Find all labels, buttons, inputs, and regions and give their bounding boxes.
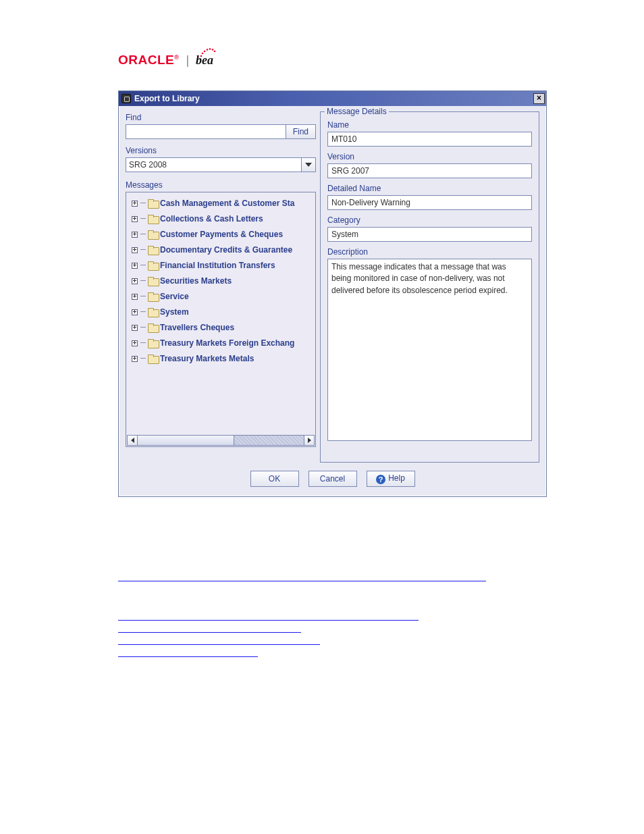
- doc-links: [118, 544, 537, 657]
- tree-item[interactable]: Documentary Credits & Guarantee: [128, 242, 314, 257]
- folder-icon: [148, 339, 158, 347]
- tree-item[interactable]: Financial Institution Transfers: [128, 257, 314, 273]
- versions-select[interactable]: [126, 157, 316, 172]
- window-title: Export to Library: [134, 94, 533, 103]
- description-field[interactable]: This message indicates that a message th…: [327, 259, 532, 441]
- tree-item[interactable]: Collections & Cash Letters: [128, 211, 314, 226]
- expand-icon[interactable]: [130, 308, 138, 316]
- category-field[interactable]: [327, 227, 532, 242]
- svg-point-6: [214, 50, 216, 52]
- expand-icon[interactable]: [130, 246, 138, 254]
- folder-icon: [148, 230, 158, 238]
- expand-icon[interactable]: [130, 355, 138, 363]
- doc-link[interactable]: [118, 571, 486, 581]
- svg-point-0: [200, 55, 203, 57]
- doc-link[interactable]: [118, 647, 258, 657]
- folder-icon: [148, 292, 158, 301]
- tree-item[interactable]: Treasury Markets Foreign Exchang: [128, 335, 314, 350]
- detailed-name-label: Detailed Name: [327, 184, 532, 193]
- name-field[interactable]: [327, 132, 532, 147]
- expand-icon[interactable]: [130, 199, 138, 207]
- tree-item-label: Travellers Cheques: [160, 323, 234, 332]
- folder-icon: [148, 323, 158, 332]
- versions-value[interactable]: [126, 157, 316, 172]
- titlebar[interactable]: Export to Library ×: [119, 91, 546, 106]
- versions-label: Versions: [126, 146, 316, 155]
- ok-button[interactable]: OK: [250, 471, 299, 487]
- expand-icon[interactable]: [130, 339, 138, 347]
- folder-icon: [148, 308, 158, 316]
- brand-divider: |: [186, 53, 189, 68]
- tree-item[interactable]: Cash Management & Customer Sta: [128, 195, 314, 211]
- message-details-group: Message Details Name Version Detailed Na…: [320, 111, 539, 463]
- tree-item-label: Collections & Cash Letters: [160, 214, 263, 224]
- folder-icon: [148, 199, 158, 207]
- messages-tree[interactable]: Cash Management & Customer StaCollection…: [126, 192, 316, 447]
- category-label: Category: [327, 215, 532, 225]
- folder-icon: [148, 355, 158, 363]
- help-button[interactable]: ?Help: [367, 471, 415, 487]
- brand-bar: ORACLE® | bea: [118, 53, 644, 68]
- svg-point-2: [204, 50, 206, 52]
- tree-item[interactable]: Service: [128, 288, 314, 304]
- tree-item-label: Financial Institution Transfers: [160, 261, 275, 270]
- close-button[interactable]: ×: [533, 93, 545, 104]
- tree-item-label: Treasury Markets Metals: [160, 354, 254, 363]
- name-label: Name: [327, 120, 532, 130]
- svg-point-4: [209, 48, 211, 50]
- scroll-thumb[interactable]: [138, 436, 234, 445]
- tree-item[interactable]: Securities Markets: [128, 273, 314, 288]
- help-icon: ?: [376, 475, 385, 484]
- tree-item[interactable]: Treasury Markets Metals: [128, 350, 314, 366]
- folder-icon: [148, 215, 158, 223]
- expand-icon[interactable]: [130, 261, 138, 269]
- dialog-buttons: OK Cancel ?Help: [119, 463, 546, 496]
- bea-dots-icon: [198, 47, 215, 57]
- cancel-button[interactable]: Cancel: [308, 471, 357, 487]
- description-label: Description: [327, 247, 532, 257]
- tree-item-label: Service: [160, 292, 189, 301]
- detailed-name-field[interactable]: [327, 195, 532, 210]
- expand-icon[interactable]: [130, 215, 138, 223]
- tree-item-label: System: [160, 307, 189, 317]
- expand-icon[interactable]: [130, 292, 138, 301]
- chevron-down-icon[interactable]: [301, 157, 316, 172]
- svg-point-5: [212, 49, 214, 51]
- oracle-logo: ORACLE®: [118, 53, 179, 68]
- find-button[interactable]: Find: [286, 124, 316, 139]
- tree-item[interactable]: Travellers Cheques: [128, 319, 314, 335]
- version-field[interactable]: [327, 163, 532, 178]
- tree-item-label: Documentary Credits & Guarantee: [160, 245, 292, 255]
- export-to-library-dialog: Export to Library × Find Find Versions M…: [118, 90, 547, 497]
- tree-item[interactable]: System: [128, 304, 314, 319]
- doc-link[interactable]: [118, 635, 320, 645]
- folder-icon: [148, 261, 158, 269]
- version-label: Version: [327, 152, 532, 161]
- tree-item-label: Securities Markets: [160, 276, 232, 286]
- scroll-left-button[interactable]: [127, 435, 138, 446]
- scroll-track[interactable]: [138, 435, 304, 446]
- tree-item-label: Customer Payments & Cheques: [160, 230, 283, 239]
- messages-label: Messages: [126, 180, 316, 190]
- scroll-right-button[interactable]: [304, 435, 315, 446]
- expand-icon[interactable]: [130, 277, 138, 285]
- horizontal-scrollbar[interactable]: [127, 435, 315, 446]
- message-details-legend: Message Details: [325, 107, 389, 116]
- svg-point-3: [207, 49, 209, 51]
- tree-item-label: Treasury Markets Foreign Exchang: [160, 338, 294, 348]
- svg-point-1: [202, 52, 204, 54]
- find-input[interactable]: [126, 124, 286, 139]
- find-label: Find: [126, 113, 316, 122]
- expand-icon[interactable]: [130, 230, 138, 238]
- bea-logo: bea: [196, 53, 213, 68]
- folder-icon: [148, 277, 158, 285]
- doc-link[interactable]: [118, 623, 301, 633]
- tree-item[interactable]: Customer Payments & Cheques: [128, 226, 314, 242]
- tree-item-label: Cash Management & Customer Sta: [160, 199, 294, 208]
- expand-icon[interactable]: [130, 323, 138, 332]
- folder-icon: [148, 246, 158, 254]
- window-icon: [122, 94, 131, 103]
- doc-link[interactable]: [118, 610, 419, 621]
